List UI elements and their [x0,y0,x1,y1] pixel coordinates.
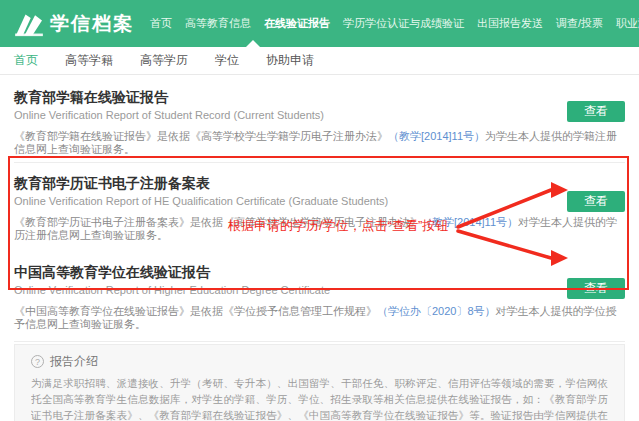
active-tab-pointer-icon [246,40,260,47]
nav-item-overseas-report[interactable]: 出国报告发送 [477,16,543,31]
nav-item-survey-vote[interactable]: 调查/投票 [556,16,603,31]
intro-paragraph: 为满足求职招聘、派遣接收、升学（考研、专升本）、出国留学、干部任免、职称评定、信… [31,375,608,421]
subnav-item-qualification[interactable]: 高等学历 [140,52,188,69]
report-description: 《中国高等教育学位在线验证报告》是依据《学位授予信息管理工作规程》（学位办〔20… [14,305,625,331]
report-description: 《教育部学历证书电子注册备案表》是依据《高等学校学生学籍学历电子注册办法》（教学… [14,216,625,242]
report-subtitle-en: Online Verification Report of HE Qualifi… [14,195,625,208]
report-title: 教育部学历证书电子注册备案表 [14,175,625,192]
report-description: 《教育部学籍在线验证报告》是依据《高等学校学生学籍学历电子注册办法》（教学[20… [14,130,625,156]
view-button-qualification[interactable]: 查看 [567,191,625,212]
policy-doc-link[interactable]: （教学[2014]11号） [388,130,485,142]
description-text: 《中国高等教育学位在线验证报告》是依据《学位授予信息管理工作规程》 [14,305,377,317]
sub-navbar: 首页 高等学籍 高等学历 学位 协助申请 [0,47,639,75]
top-nav-items: 首页 高等教育信息 在线验证报告 学历学位认证与成绩验证 出国报告发送 调查/投… [150,16,639,31]
policy-doc-link[interactable]: （学位办〔2020〕8号） [377,305,496,317]
brand-name: 学信档案 [50,11,134,37]
description-text: 《教育部学历证书电子注册备案表》是依据《高等学校学生学籍学历电子注册办法》 [14,216,421,228]
report-title: 中国高等教育学位在线验证报告 [14,264,625,281]
report-subtitle-en: Online Verification Report of Student Re… [14,109,625,122]
nav-item-online-verification-report[interactable]: 在线验证报告 [264,16,330,31]
description-text: 《教育部学籍在线验证报告》是依据《高等学校学生学籍学历电子注册办法》 [14,130,388,142]
view-button-student-record[interactable]: 查看 [567,101,625,122]
policy-doc-link[interactable]: （教学[2014]11号） [421,216,518,228]
report-intro-panel: ? 报告介绍 为满足求职招聘、派遣接收、升学（考研、专升本）、出国留学、干部任免… [14,344,625,421]
brand-logo[interactable]: 学信档案 [14,11,134,37]
report-section-degree: 中国高等教育学位在线验证报告 Online Verification Repor… [14,250,625,342]
report-section-student-record: 教育部学籍在线验证报告 Online Verification Report o… [14,75,625,163]
logo-book-icon [14,11,44,37]
top-navbar: 学信档案 首页 高等教育信息 在线验证报告 学历学位认证与成绩验证 出国报告发送… [0,0,639,47]
intro-header: ? 报告介绍 [31,353,608,370]
report-title: 教育部学籍在线验证报告 [14,89,625,106]
subnav-item-assist-apply[interactable]: 协助申请 [266,52,314,69]
intro-title: 报告介绍 [50,353,98,370]
report-subtitle-en: Online Verification Report of Higher Edu… [14,284,625,297]
nav-item-career-test[interactable]: 职业测评 [616,16,639,31]
view-button-degree[interactable]: 查看 [567,278,625,299]
report-section-qualification: 教育部学历证书电子注册备案表 Online Verification Repor… [14,163,625,250]
question-icon: ? [31,355,44,368]
subnav-item-degree[interactable]: 学位 [215,52,239,69]
subnav-item-home[interactable]: 首页 [14,52,38,69]
nav-item-higher-education-info[interactable]: 高等教育信息 [185,16,251,31]
report-list: 教育部学籍在线验证报告 Online Verification Report o… [14,75,625,342]
nav-item-degree-certification[interactable]: 学历学位认证与成绩验证 [343,16,464,31]
nav-item-home[interactable]: 首页 [150,16,172,31]
subnav-item-student-record[interactable]: 高等学籍 [65,52,113,69]
